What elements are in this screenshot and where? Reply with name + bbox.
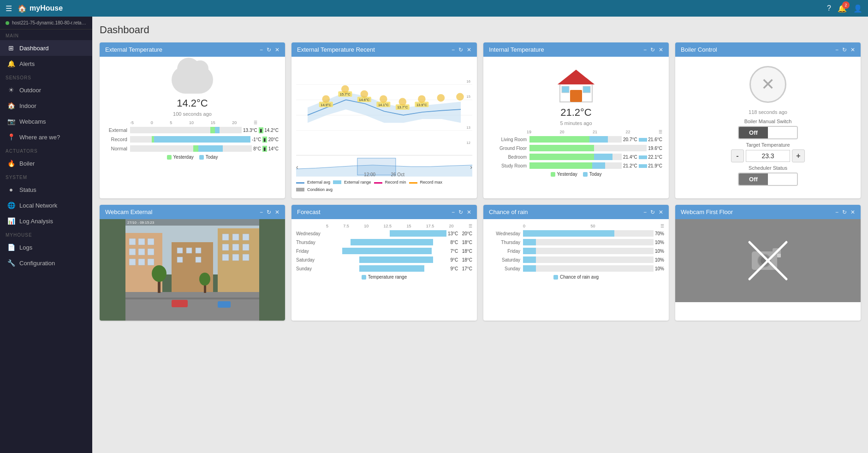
minimize-icon-ext-recent[interactable]: − — [452, 47, 455, 53]
navigator-time: 12:00 26 Oct — [364, 172, 404, 177]
close-icon-webcam-ff[interactable]: ✕ — [850, 209, 855, 215]
minimize-icon-int-temp[interactable]: − — [643, 47, 647, 53]
sidebar-section-sensors: SENSORS — [0, 72, 92, 82]
minimize-icon-ext-temp[interactable]: − — [260, 47, 263, 53]
notif-badge: 2 — [842, 1, 850, 9]
sidebar-item-configuration[interactable]: 🔧 Configuration — [0, 255, 92, 271]
target-temp-label: Target Temperature — [680, 142, 856, 148]
nav-prev-btn[interactable]: ‹ — [296, 163, 298, 171]
sidebar-item-status[interactable]: ● Status — [0, 182, 92, 197]
refresh-icon-boiler[interactable]: ↻ — [842, 47, 847, 53]
widget-controls-rain: − ↻ ✕ — [643, 209, 663, 215]
svg-rect-54 — [243, 244, 249, 250]
minimize-icon-boiler[interactable]: − — [835, 47, 838, 53]
svg-point-21 — [322, 95, 330, 103]
scheduler-on-btn[interactable] — [768, 173, 797, 185]
widget-header-forecast: Forecast − ↻ ✕ — [291, 205, 477, 219]
sidebar-item-indoor[interactable]: 🏠 Indoor — [0, 98, 92, 113]
refresh-icon-ext-recent[interactable]: ↻ — [458, 47, 463, 53]
temp-plus-btn[interactable]: + — [792, 149, 805, 162]
bar-label-record: Record — [106, 137, 127, 142]
minimize-icon-webcam-ff[interactable]: − — [835, 209, 838, 215]
sidebar-section-actuators: ACTUATORS — [0, 145, 92, 155]
svg-point-28 — [456, 93, 464, 101]
forecast-row-sat: Saturday 9°C 18°C — [296, 256, 472, 263]
close-icon-ext-recent[interactable]: ✕ — [467, 47, 471, 53]
svg-rect-45 — [129, 259, 136, 265]
no-signal-svg — [747, 240, 789, 281]
int-val-study: 21.2°C 21.9°C — [623, 163, 662, 168]
widget-internal-temperature: Internal Temperature − ↻ ✕ — [483, 42, 669, 198]
boiler-manual-switch[interactable]: Off — [738, 126, 798, 139]
int-bar-living — [529, 136, 622, 143]
widget-ext-temp-recent: External Temperature Recent − ↻ ✕ — [291, 42, 477, 198]
nav-next-btn[interactable]: › — [470, 163, 472, 171]
rain-label-wed: Wednesday — [488, 231, 520, 236]
temp-control: - 23.3 + — [731, 149, 805, 162]
svg-rect-44 — [148, 249, 154, 255]
boiler-switch-off[interactable]: Off — [739, 127, 768, 138]
refresh-icon-rain[interactable]: ↻ — [650, 209, 655, 215]
int-temp-row-ground: Ground Floor 19.6°C — [490, 145, 662, 151]
sidebar-item-localnetwork[interactable]: 🌐 Local Network — [0, 197, 92, 213]
rain-bar-fri — [523, 248, 654, 254]
close-icon-int-temp[interactable]: ✕ — [659, 47, 663, 53]
sidebar-item-boiler[interactable]: 🔥 Boiler — [0, 155, 92, 171]
scheduler-off-btn[interactable]: Off — [739, 173, 768, 185]
house-svg — [555, 66, 597, 103]
close-icon-webcam-ext[interactable]: ✕ — [275, 209, 279, 215]
temp-minus-btn[interactable]: - — [731, 149, 744, 162]
refresh-icon-forecast[interactable]: ↻ — [458, 209, 463, 215]
forecast-bar-fill-fri — [342, 248, 432, 254]
boiler-x-icon: ✕ — [749, 66, 786, 103]
rain-row-sun: Sunday 10% — [488, 265, 664, 272]
close-icon-forecast[interactable]: ✕ — [467, 209, 471, 215]
widget-title-boiler: Boiler Control — [681, 46, 717, 53]
brand-name: myHouse — [30, 4, 63, 12]
refresh-icon-webcam-ext[interactable]: ↻ — [267, 209, 271, 215]
minimize-icon-forecast[interactable]: − — [452, 209, 455, 215]
bar-label-normal: Normal — [106, 146, 127, 151]
sidebar-item-dashboard[interactable]: ⊞ Dashboard — [0, 40, 92, 56]
widget-header-rain: Chance of rain − ↻ ✕ — [483, 205, 669, 219]
forecast-label-sun: Sunday — [296, 266, 326, 271]
sidebar-item-alerts[interactable]: 🔔 Alerts — [0, 56, 92, 72]
boiler-status-icon: ✕ — [680, 61, 856, 107]
notifications[interactable]: 🔔 2 — [838, 4, 847, 13]
svg-rect-61 — [196, 248, 201, 253]
close-icon-ext-temp[interactable]: ✕ — [275, 47, 279, 53]
user-icon[interactable]: 👤 — [853, 4, 862, 13]
sidebar-item-loganalysis[interactable]: 📊 Log Analysis — [0, 213, 92, 229]
menu-icon[interactable]: ☰ — [6, 4, 12, 13]
svg-rect-70 — [172, 300, 188, 307]
boiler-switch-on[interactable] — [768, 127, 797, 138]
sidebar-item-logs[interactable]: 📄 Logs — [0, 239, 92, 255]
close-icon-rain[interactable]: ✕ — [659, 209, 663, 215]
recent-chart-svg: 16 15 13 12 14.9°C 15.7°C — [296, 61, 472, 154]
refresh-icon-int-temp[interactable]: ↻ — [650, 47, 655, 53]
legend-label-yesterday: Yesterday — [173, 155, 194, 160]
help-icon[interactable]: ? — [827, 4, 831, 12]
forecast-bar-fill-sun — [359, 265, 424, 272]
sidebar-item-outdoor[interactable]: ☀ Outdoor — [0, 82, 92, 98]
sidebar-item-whereweare[interactable]: 📍 Where are we? — [0, 129, 92, 145]
widget-body-ext-recent: 16 15 13 12 14.9°C 15.7°C — [291, 57, 477, 198]
rain-label-sun: Sunday — [488, 266, 520, 271]
rain-val-thu: 10% — [655, 240, 664, 245]
refresh-icon-webcam-ff[interactable]: ↻ — [842, 209, 847, 215]
rain-row-wed: Wednesday 70% — [488, 230, 664, 237]
sidebar-item-webcams[interactable]: 📷 Webcams — [0, 113, 92, 129]
int-temp-row-bedroom: Bedroom 21.4°C 22.1°C — [490, 154, 662, 160]
axis-label: 0 — [151, 120, 153, 125]
minimize-icon-rain[interactable]: − — [643, 209, 647, 215]
int-temp-axis: 19 20 21 22 ☰ — [490, 130, 662, 136]
axis-22: 22 — [626, 130, 630, 134]
scheduler-toggle[interactable]: Off — [738, 173, 798, 186]
legend-box-cond-avg — [296, 188, 304, 191]
minimize-icon-webcam-ext[interactable]: − — [260, 209, 263, 215]
widget-header-ext-recent: External Temperature Recent − ↻ ✕ — [291, 42, 477, 57]
refresh-icon-ext-temp[interactable]: ↻ — [267, 47, 271, 53]
close-icon-boiler[interactable]: ✕ — [850, 47, 855, 53]
forecast-row-fri: Friday 7°C 18°C — [296, 248, 472, 254]
svg-rect-46 — [138, 259, 145, 265]
